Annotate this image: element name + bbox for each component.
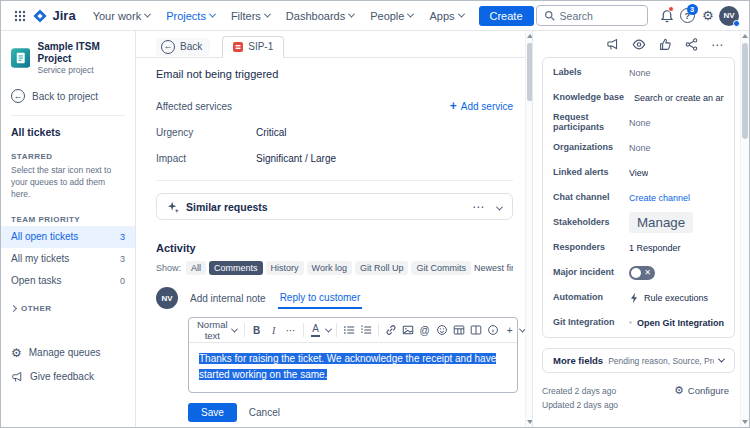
- tab-add-internal-note[interactable]: Add internal note: [188, 289, 268, 308]
- project-header[interactable]: Sample ITSM Project Service project: [1, 39, 135, 77]
- queue-all-open-tickets[interactable]: All open tickets 3: [1, 226, 135, 248]
- field-label: Responders: [553, 243, 629, 253]
- field-row-major-incident[interactable]: Major incident ✕: [543, 260, 734, 285]
- impact-row[interactable]: Impact Significant / Large: [156, 153, 513, 164]
- open-git-integration-button[interactable]: Open Git Integration: [637, 318, 724, 328]
- search-input[interactable]: [560, 10, 640, 22]
- activity-filter-bar: Show: All Comments History Work log Git …: [156, 261, 513, 275]
- settings-button[interactable]: ⚙: [699, 4, 717, 28]
- configure-button[interactable]: ⚙ Configure: [674, 385, 735, 396]
- expand-button[interactable]: [497, 199, 502, 214]
- share-button[interactable]: [685, 38, 698, 51]
- nav-filters[interactable]: Filters: [224, 6, 277, 26]
- help-button[interactable]: ? 3: [678, 4, 696, 28]
- give-feedback[interactable]: Give feedback: [1, 365, 135, 389]
- text-color-button[interactable]: A: [309, 321, 323, 339]
- cancel-button[interactable]: Cancel: [249, 407, 280, 418]
- urgency-row[interactable]: Urgency Critical: [156, 127, 513, 138]
- insert-button[interactable]: +: [503, 321, 517, 339]
- editor-body[interactable]: Thanks for raising the ticket. We acknow…: [189, 343, 517, 392]
- knowledge-base-action[interactable]: Search or create an article: [634, 93, 724, 103]
- bullet-list-button[interactable]: [342, 321, 356, 339]
- field-value[interactable]: 1 Responder: [629, 243, 681, 253]
- field-row-request-participants[interactable]: Request participants None: [543, 110, 734, 135]
- other-section-toggle[interactable]: OTHER: [1, 302, 135, 315]
- global-search[interactable]: [536, 5, 648, 26]
- grid-icon: [14, 10, 26, 22]
- back-button[interactable]: ← Back: [156, 38, 210, 56]
- emoji-button[interactable]: [435, 321, 449, 339]
- app-switcher-button[interactable]: [11, 4, 29, 28]
- filter-git-roll-up[interactable]: Git Roll Up: [355, 261, 409, 275]
- queue-all-my-tickets[interactable]: All my tickets 3: [1, 248, 135, 270]
- field-row-git-integration[interactable]: Git Integration Open Git Integration: [543, 310, 734, 335]
- numbered-list-button[interactable]: [359, 321, 373, 339]
- tab-reply-to-customer[interactable]: Reply to customer: [278, 288, 363, 309]
- field-label: Organizations: [553, 143, 629, 153]
- italic-button[interactable]: I: [267, 321, 281, 339]
- nav-your-work[interactable]: Your work: [86, 6, 158, 26]
- save-button[interactable]: Save: [188, 403, 237, 422]
- image-button[interactable]: [401, 321, 415, 339]
- field-row-labels[interactable]: Labels None: [543, 60, 734, 85]
- field-row-organizations[interactable]: Organizations None: [543, 135, 734, 160]
- filter-all[interactable]: All: [186, 261, 206, 275]
- mention-button[interactable]: @: [418, 321, 432, 339]
- more-formatting-button[interactable]: ⋯: [284, 321, 298, 339]
- nav-projects[interactable]: Projects: [159, 6, 222, 26]
- link-button[interactable]: [384, 321, 398, 339]
- field-value[interactable]: None: [629, 143, 651, 153]
- field-value[interactable]: None: [629, 118, 651, 128]
- nav-people[interactable]: People: [363, 6, 420, 26]
- queue-open-tasks[interactable]: Open tasks 0: [1, 270, 135, 292]
- similar-requests-label: Similar requests: [186, 201, 268, 213]
- field-row-linked-alerts[interactable]: Linked alerts View: [543, 160, 734, 185]
- layout-button[interactable]: [469, 321, 483, 339]
- create-channel-link[interactable]: Create channel: [629, 193, 690, 203]
- filter-git-commits[interactable]: Git Commits: [411, 261, 471, 275]
- info-button[interactable]: [486, 321, 500, 339]
- add-service-button[interactable]: + Add service: [450, 100, 513, 112]
- more-options-icon[interactable]: ⋯: [472, 201, 485, 213]
- field-row-automation[interactable]: Automation Rule executions: [543, 285, 734, 310]
- filter-comments[interactable]: Comments: [209, 261, 263, 275]
- field-row-responders[interactable]: Responders 1 Responder: [543, 235, 734, 260]
- table-button[interactable]: [452, 321, 466, 339]
- profile-button[interactable]: NV: [719, 4, 739, 28]
- more-fields-bar[interactable]: More fields Pending reason, Source, Prod…: [542, 348, 735, 373]
- manage-queues[interactable]: ⚙ Manage queues: [1, 341, 135, 365]
- field-value[interactable]: None: [629, 68, 651, 78]
- field-row-chat-channel[interactable]: Chat channel Create channel: [543, 185, 734, 210]
- numbered-list-icon: [360, 324, 372, 336]
- bold-button[interactable]: B: [250, 321, 264, 339]
- scroll-down-icon[interactable]: [742, 420, 748, 424]
- nav-apps[interactable]: Apps: [422, 6, 470, 26]
- feedback-button[interactable]: [606, 38, 619, 51]
- scrollbar-thumb[interactable]: [742, 43, 748, 139]
- similar-requests-card[interactable]: Similar requests ⋯: [156, 193, 513, 220]
- field-row-stakeholders[interactable]: Stakeholders Manage: [543, 210, 734, 235]
- avatar-initials: NV: [723, 11, 734, 20]
- nav-dashboards[interactable]: Dashboards: [279, 6, 361, 26]
- filter-history[interactable]: History: [266, 261, 304, 275]
- rule-executions-link[interactable]: Rule executions: [644, 293, 708, 303]
- create-button[interactable]: Create: [479, 6, 534, 26]
- ticket-tab[interactable]: SIP-1: [222, 36, 284, 58]
- watch-button[interactable]: [632, 38, 646, 51]
- text-style-dropdown[interactable]: Normal text: [195, 319, 239, 341]
- filter-work-log[interactable]: Work log: [307, 261, 352, 275]
- back-to-project[interactable]: ← Back to project: [1, 85, 135, 107]
- notifications-button[interactable]: [658, 4, 676, 28]
- view-alerts-link[interactable]: View: [629, 168, 648, 178]
- more-actions-button[interactable]: ⋯: [711, 39, 724, 51]
- vote-button[interactable]: [659, 38, 672, 51]
- manage-stakeholders-button[interactable]: Manage: [629, 212, 693, 233]
- scroll-up-icon[interactable]: [742, 34, 748, 38]
- jira-logo[interactable]: Jira: [31, 8, 83, 23]
- team-priority-section-label: TEAM PRIORITY: [1, 213, 135, 226]
- comment-editor[interactable]: Normal text B I ⋯ A: [188, 317, 518, 393]
- major-incident-toggle[interactable]: ✕: [629, 266, 655, 280]
- sort-order-button[interactable]: Newest first: [474, 263, 513, 273]
- field-row-knowledge-base[interactable]: Knowledge base Search or create an artic…: [543, 85, 734, 110]
- details-scrollbar[interactable]: [740, 31, 749, 427]
